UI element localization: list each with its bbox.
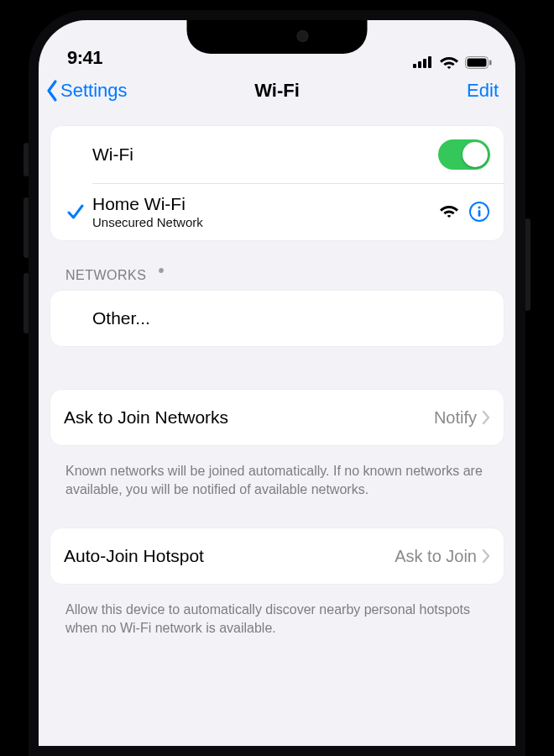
other-network-label: Other... (64, 308, 490, 328)
back-label: Settings (60, 80, 128, 102)
screen: 9:41 Settings Wi-Fi Edit (39, 20, 515, 746)
edit-button[interactable]: Edit (467, 80, 504, 102)
networks-header-label: NETWORKS (65, 268, 146, 283)
ask-to-join-footer: Known networks will be joined automatica… (50, 454, 504, 498)
svg-rect-3 (428, 56, 431, 68)
svg-rect-5 (468, 58, 487, 66)
chevron-right-icon (482, 549, 490, 564)
wifi-status-icon (440, 55, 458, 69)
wifi-toggle-label: Wi-Fi (64, 144, 438, 165)
phone-frame: 9:41 Settings Wi-Fi Edit (29, 10, 525, 756)
checkmark-icon (66, 202, 85, 221)
wifi-toggle[interactable] (438, 139, 490, 170)
wifi-group: Wi-Fi Home Wi-Fi Unsecured Network (50, 126, 504, 240)
ask-to-join-row[interactable]: Ask to Join Networks Notify (50, 390, 504, 445)
battery-icon (465, 56, 492, 69)
svg-rect-0 (413, 64, 416, 68)
wifi-toggle-row: Wi-Fi (50, 126, 504, 183)
svg-rect-1 (418, 61, 421, 68)
chevron-left-icon (44, 79, 60, 102)
auto-hotspot-label: Auto-Join Hotspot (64, 546, 395, 566)
wifi-signal-icon (440, 205, 458, 219)
svg-point-8 (478, 206, 480, 208)
connected-network-name: Home Wi-Fi (92, 193, 440, 214)
nav-bar: Settings Wi-Fi Edit (39, 72, 515, 111)
status-icons (413, 55, 492, 69)
networks-header: NETWORKS (50, 267, 504, 291)
cellular-icon (413, 56, 433, 68)
back-button[interactable]: Settings (44, 79, 128, 102)
svg-rect-9 (478, 210, 481, 217)
auto-hotspot-group: Auto-Join Hotspot Ask to Join (50, 528, 504, 584)
ask-to-join-group: Ask to Join Networks Notify (50, 390, 504, 445)
notch (187, 20, 368, 54)
connected-network-subtitle: Unsecured Network (92, 215, 440, 230)
chevron-right-icon (482, 410, 490, 425)
auto-hotspot-value: Ask to Join (395, 547, 477, 566)
status-time: 9:41 (67, 47, 102, 69)
info-icon[interactable] (468, 201, 490, 223)
svg-rect-2 (423, 59, 426, 68)
other-network-row[interactable]: Other... (50, 291, 504, 346)
connected-network-row[interactable]: Home Wi-Fi Unsecured Network (50, 183, 504, 240)
auto-hotspot-footer: Allow this device to automatically disco… (50, 592, 504, 637)
power-button (525, 218, 530, 311)
other-networks-group: Other... (50, 291, 504, 346)
svg-rect-6 (489, 60, 492, 65)
content: Wi-Fi Home Wi-Fi Unsecured Network (39, 111, 515, 637)
spinner-icon (153, 267, 170, 284)
auto-hotspot-row[interactable]: Auto-Join Hotspot Ask to Join (50, 528, 504, 584)
ask-to-join-label: Ask to Join Networks (64, 407, 434, 428)
ask-to-join-value: Notify (434, 408, 477, 428)
